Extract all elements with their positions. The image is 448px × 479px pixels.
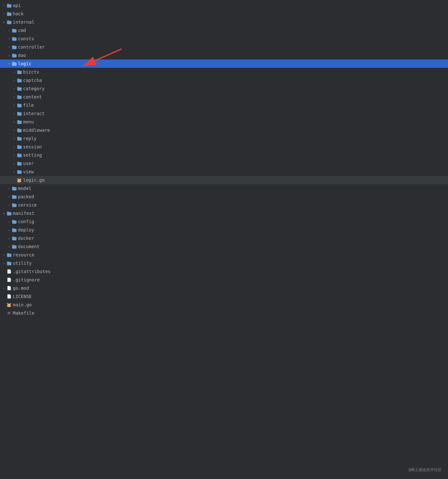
tree-item-document[interactable]: document: [0, 242, 448, 251]
folder-icon-middleware: [17, 128, 22, 133]
chevron-user: [12, 161, 17, 166]
tree-item-dao[interactable]: dao: [0, 51, 448, 59]
label-file: file: [23, 103, 34, 108]
chevron-resource: [1, 252, 6, 257]
tree-item-reply[interactable]: reply: [0, 134, 448, 143]
label-user: user: [23, 161, 34, 166]
tree-item-deploy[interactable]: deploy: [0, 226, 448, 234]
tree-item-utility[interactable]: utility: [0, 259, 448, 267]
label-license: LICENSE: [13, 294, 32, 299]
folder-icon-packed: [12, 194, 17, 199]
tree-item-config[interactable]: config: [0, 217, 448, 226]
chevron-reply: [12, 136, 17, 141]
chevron-manifest: [1, 211, 6, 216]
chevron-category: [12, 86, 17, 91]
tree-item-middleware[interactable]: middleware: [0, 126, 448, 134]
label-internal: internal: [13, 20, 34, 25]
tree-item-bizctx[interactable]: bizctx: [0, 68, 448, 76]
tree-item-service[interactable]: service: [0, 201, 448, 209]
tree-item-file[interactable]: file: [0, 101, 448, 109]
tree-item-setting[interactable]: setting: [0, 151, 448, 159]
tree-item-resource[interactable]: resource: [0, 251, 448, 259]
tree-item-api[interactable]: api: [0, 1, 448, 10]
tree-item-gomod[interactable]: 📄 go.mod: [0, 284, 448, 292]
label-logic-go: logic.go: [23, 177, 44, 183]
chevron-file: [12, 103, 17, 108]
text-file-icon-gitattributes: 📄: [6, 269, 12, 274]
tree-item-cmd[interactable]: cmd: [0, 26, 448, 35]
folder-icon-api: [6, 3, 12, 8]
label-hack: hack: [13, 11, 24, 16]
tree-item-maingo[interactable]: 🐹 main.go: [0, 301, 448, 309]
label-document: document: [18, 244, 39, 249]
folder-icon-config: [12, 219, 17, 224]
chevron-bizctx: [12, 69, 17, 75]
chevron-packed: [6, 194, 12, 199]
folder-icon-file: [17, 103, 22, 108]
label-dao: dao: [18, 53, 26, 58]
label-gitattributes: .gitattributes: [13, 269, 51, 274]
label-logic: logic: [18, 61, 31, 66]
tree-item-gitignore[interactable]: 📄 .gitignore: [0, 276, 448, 284]
tree-item-internal[interactable]: internal: [0, 18, 448, 26]
folder-icon-reply: [17, 136, 22, 141]
watermark: @稀土掘金技术社区: [409, 467, 442, 473]
chevron-document: [6, 244, 12, 249]
label-model: model: [18, 186, 31, 191]
tree-item-captcha[interactable]: captcha: [0, 76, 448, 84]
label-menu: menu: [23, 119, 34, 124]
tree-item-packed[interactable]: packed: [0, 192, 448, 201]
tree-item-manifest[interactable]: manifest: [0, 209, 448, 217]
chevron-gomod: [1, 286, 6, 291]
label-setting: setting: [23, 153, 42, 158]
chevron-logic: [6, 61, 12, 66]
label-category: category: [23, 86, 44, 91]
chevron-captcha: [12, 78, 17, 83]
tree-item-hack[interactable]: hack: [0, 10, 448, 18]
folder-icon-docker: [12, 236, 17, 241]
text-file-icon-gitignore: 📄: [6, 277, 12, 282]
tree-item-interact[interactable]: interact: [0, 109, 448, 118]
tree-item-view[interactable]: view: [0, 168, 448, 176]
label-cmd: cmd: [18, 28, 26, 33]
label-content: content: [23, 94, 42, 99]
folder-icon-dao: [12, 53, 17, 58]
tree-item-license[interactable]: 📄 LICENSE: [0, 292, 448, 301]
chevron-model: [6, 186, 12, 191]
chevron-cmd: [6, 28, 12, 33]
label-manifest: manifest: [13, 211, 34, 216]
folder-icon-bizctx: [17, 69, 22, 75]
file-icon-license: 📄: [6, 294, 12, 299]
tree-item-logic-go[interactable]: 🐹 logic.go: [0, 176, 448, 184]
chevron-api: [1, 3, 6, 8]
go-file-icon-logic-go: 🐹: [17, 177, 22, 183]
folder-icon-cmd: [12, 28, 17, 33]
tree-item-model[interactable]: model: [0, 184, 448, 192]
tree-item-session[interactable]: session: [0, 143, 448, 151]
tree-item-content[interactable]: content: [0, 93, 448, 101]
tree-item-makefile[interactable]: M Makefile: [0, 309, 448, 317]
folder-icon-consts: [12, 36, 17, 41]
chevron-setting: [12, 153, 17, 158]
chevron-dao: [6, 53, 12, 58]
tree-item-controller[interactable]: controller: [0, 43, 448, 51]
tree-item-menu[interactable]: menu: [0, 118, 448, 126]
folder-icon-model: [12, 186, 17, 191]
folder-icon-service: [12, 202, 17, 208]
tree-item-gitattributes[interactable]: 📄 .gitattributes: [0, 267, 448, 276]
tree-item-category[interactable]: category: [0, 84, 448, 93]
tree-item-docker[interactable]: docker: [0, 234, 448, 242]
tree-item-user[interactable]: user: [0, 159, 448, 168]
file-icon-makefile: M: [6, 310, 12, 316]
tree-item-consts[interactable]: consts: [0, 35, 448, 43]
chevron-utility: [1, 261, 6, 266]
label-maingo: main.go: [13, 302, 32, 307]
chevron-view: [12, 169, 17, 174]
folder-icon-internal: [6, 20, 12, 25]
folder-icon-logic: [12, 61, 17, 66]
chevron-config: [6, 219, 12, 224]
tree-item-logic[interactable]: logic: [0, 59, 448, 68]
chevron-session: [12, 144, 17, 149]
folder-icon-resource: [6, 252, 12, 257]
chevron-consts: [6, 36, 12, 41]
